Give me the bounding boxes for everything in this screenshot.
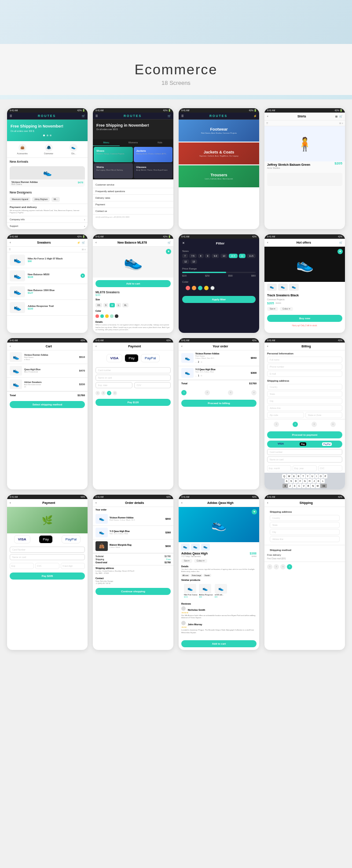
hot-fav-btn[interactable]: ♥ xyxy=(337,249,343,254)
adidas-thumb-2[interactable]: 👟 xyxy=(191,543,200,551)
menu-icon-2[interactable]: ☰ xyxy=(95,114,98,117)
key-b[interactable]: B xyxy=(306,484,310,488)
key-h[interactable]: H xyxy=(308,479,312,483)
contact-link[interactable]: Contact us xyxy=(93,208,173,215)
exp-date-field[interactable]: Exp. date xyxy=(95,382,132,388)
adidas-thumb-3[interactable]: 👟 xyxy=(201,543,210,551)
tab-menu[interactable]: Menu xyxy=(93,139,120,146)
key-s[interactable]: S xyxy=(289,479,293,483)
back-btn-payment[interactable]: ‹ xyxy=(95,344,97,348)
size-l[interactable]: L xyxy=(116,303,121,307)
apple-pay[interactable]: Pay xyxy=(125,354,139,362)
key-v[interactable]: V xyxy=(302,484,306,488)
footwear-hero[interactable]: Footwear Rick Owens, Acne Studios, Commo… xyxy=(179,120,259,142)
jackets-hero[interactable]: Jackets & Coats Supreme, Carhartt, Acne,… xyxy=(179,142,259,164)
ship-city[interactable]: City xyxy=(270,529,340,535)
size-13[interactable]: 13 xyxy=(191,259,198,264)
category-more[interactable]: 👟 Glo... xyxy=(70,144,77,155)
color-black[interactable] xyxy=(115,314,118,318)
back-btn-adidas[interactable]: ‹ xyxy=(181,501,183,505)
product-card-home[interactable]: 👟 Vicious Runner Adidas Rick Owens $478 xyxy=(10,166,85,187)
menu-shirts[interactable]: Shirts Bar Legacy, Wood Wood, Barbery xyxy=(94,163,133,179)
cart-icon-2[interactable]: 🛒 xyxy=(168,114,171,117)
menu-icon[interactable]: ☰ xyxy=(10,114,12,117)
filter-icon-sneakers[interactable]: ⚡ xyxy=(77,241,80,244)
size-75[interactable]: 7.5 xyxy=(189,254,197,258)
key-a[interactable]: A xyxy=(285,479,289,483)
continue-shopping-btn[interactable]: Continue shopping xyxy=(95,588,171,595)
tab-womens[interactable]: Womens xyxy=(120,139,147,146)
key-t[interactable]: T xyxy=(301,474,305,478)
designer-johny[interactable]: Johny Brigham xyxy=(32,197,50,202)
color-green[interactable] xyxy=(110,314,114,318)
country-field[interactable]: Country xyxy=(267,384,342,390)
key-u[interactable]: U xyxy=(310,474,315,478)
proceed-to-payment-btn[interactable]: Proceed to payment xyxy=(267,431,342,438)
fav-btn-sneaker[interactable]: ♥ xyxy=(81,274,85,278)
hot-thumb-3[interactable]: 👟 xyxy=(289,284,299,291)
size-115[interactable]: 11.5 xyxy=(247,254,256,258)
ship-address[interactable]: Adress line xyxy=(270,536,340,542)
select-shipping-btn[interactable]: Select shipping method xyxy=(10,401,85,408)
key-g[interactable]: G xyxy=(303,479,307,483)
size-12[interactable]: 12 xyxy=(182,259,189,264)
size-11[interactable]: 11 xyxy=(239,254,246,258)
payment-link[interactable]: Payment xyxy=(93,201,173,208)
size-xs[interactable]: XS xyxy=(95,303,102,307)
qty-plus-1[interactable]: + xyxy=(200,360,202,364)
grid-icon-shirts[interactable]: ⊞ xyxy=(335,115,337,118)
add-to-cart-btn[interactable]: Add to cart xyxy=(95,280,171,287)
filter-color-teal[interactable] xyxy=(198,286,202,290)
category-outerwear[interactable]: 🧥 Outerwear xyxy=(44,144,53,155)
pay-btn-13[interactable]: Pay $205 xyxy=(10,573,85,580)
full-name-field[interactable]: Full name xyxy=(267,357,342,363)
hot-thumb-1[interactable]: 👟 xyxy=(267,284,277,291)
back-btn-payment2[interactable]: ‹ xyxy=(10,501,11,505)
cart-icon-1[interactable]: 🛒 xyxy=(82,114,85,117)
list-icon-shirts[interactable]: ≡ xyxy=(342,122,343,124)
ship-state[interactable]: State xyxy=(270,522,340,528)
key-d[interactable]: D xyxy=(293,479,298,483)
apple-2[interactable]: Pay xyxy=(39,535,53,543)
menu-jackets[interactable]: Jackets Making Studio, Flueve, Carhartt,… xyxy=(134,147,173,162)
similar-1[interactable]: 👟 Nike Free Inneva $265 xyxy=(184,584,197,598)
key-e[interactable]: E xyxy=(292,474,296,478)
qty-plus-2[interactable]: + xyxy=(200,374,202,378)
faq-link[interactable]: Frequently asked questions xyxy=(93,188,173,195)
key-r[interactable]: R xyxy=(297,474,301,478)
proceed-to-billing-btn[interactable]: Proceed to billing xyxy=(181,400,257,407)
key-c[interactable]: C xyxy=(297,484,301,488)
exp-p2[interactable]: Exp xyxy=(10,563,34,569)
adidas-add-cart-btn[interactable]: Add to cart xyxy=(181,640,257,647)
qty-minus-2[interactable]: - xyxy=(195,374,197,378)
paypal-2[interactable]: PayPal xyxy=(62,535,81,543)
cart-icon-sneakers[interactable]: 🛒 xyxy=(82,241,85,244)
qty-minus-1[interactable]: - xyxy=(195,360,197,364)
buy-now-btn[interactable]: Buy now xyxy=(267,315,342,322)
key-shift[interactable]: ⬆ xyxy=(282,484,288,488)
cart-icon-shirts[interactable]: 🛒 xyxy=(339,115,342,118)
exp-year[interactable]: Exp. year xyxy=(293,465,317,471)
menu-icon-3[interactable]: ☰ xyxy=(181,114,183,117)
size-selector[interactable]: Size ▾ xyxy=(267,307,278,311)
size-8[interactable]: 8 xyxy=(198,254,204,258)
key-p[interactable]: P xyxy=(323,474,327,478)
key-l[interactable]: L xyxy=(321,479,325,483)
size-105[interactable]: 10.5 xyxy=(229,254,238,258)
size-xl[interactable]: XL xyxy=(122,303,128,307)
key-w[interactable]: W xyxy=(287,474,292,478)
adidas-size-selector[interactable]: Size ▾ xyxy=(181,559,192,563)
designer-more[interactable]: Mi... xyxy=(51,197,60,202)
adidas-thumb-1[interactable]: 👟 xyxy=(181,543,190,551)
pay-btn-10[interactable]: Pay $120 xyxy=(95,399,171,406)
key-x[interactable]: X xyxy=(293,484,297,488)
support-link[interactable]: Support › xyxy=(7,222,88,229)
email-field[interactable]: E-mail xyxy=(267,371,342,377)
name-on-card-billing[interactable]: Name on card xyxy=(267,456,342,463)
back-btn-order[interactable]: ‹ xyxy=(181,344,183,348)
company-info-link[interactable]: Company info › xyxy=(7,216,88,222)
key-j[interactable]: J xyxy=(312,479,316,483)
filter-color-red[interactable] xyxy=(186,286,190,290)
size-m[interactable]: M xyxy=(110,303,115,307)
price-slider[interactable] xyxy=(182,272,256,273)
